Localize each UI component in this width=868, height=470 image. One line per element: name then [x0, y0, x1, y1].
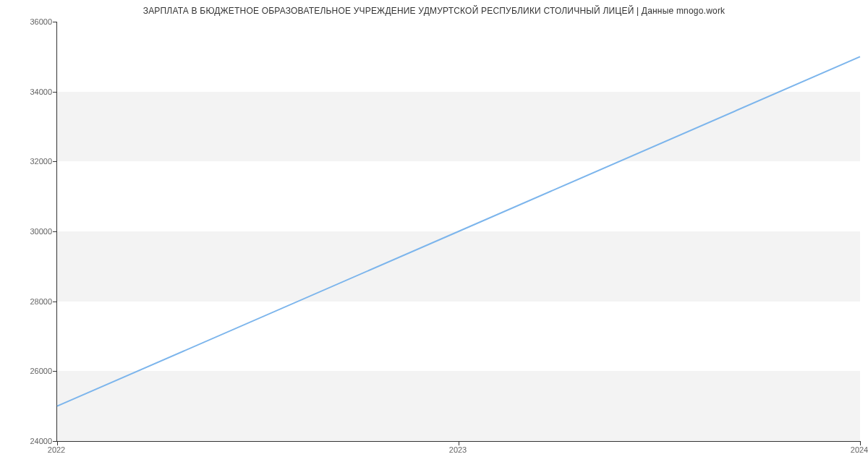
y-tick-label: 32000 — [30, 157, 52, 166]
data-line — [57, 22, 860, 441]
x-tick-label: 2022 — [48, 445, 65, 454]
x-tick-label: 2024 — [851, 445, 868, 454]
y-tick-label: 34000 — [30, 87, 52, 96]
x-tick-label: 2023 — [449, 445, 467, 454]
chart-container: ЗАРПЛАТА В БЮДЖЕТНОЕ ОБРАЗОВАТЕЛЬНОЕ УЧР… — [0, 0, 868, 470]
x-tick — [459, 441, 459, 445]
chart-title: ЗАРПЛАТА В БЮДЖЕТНОЕ ОБРАЗОВАТЕЛЬНОЕ УЧР… — [0, 6, 868, 16]
y-tick-label: 36000 — [30, 17, 52, 26]
y-tick-label: 26000 — [30, 367, 52, 375]
x-tick — [860, 441, 861, 445]
y-tick-label: 28000 — [30, 297, 52, 306]
x-tick — [57, 441, 58, 445]
y-tick-label: 24000 — [30, 437, 52, 445]
y-tick-label: 30000 — [30, 227, 52, 236]
plot-area — [56, 22, 860, 442]
